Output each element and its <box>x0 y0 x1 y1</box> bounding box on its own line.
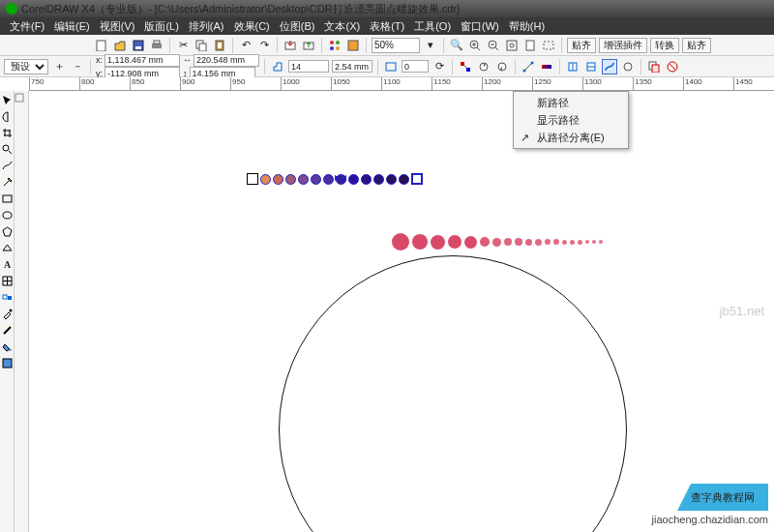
menu-arrange[interactable]: 排列(A) <box>189 19 224 34</box>
blend-step[interactable] <box>323 174 334 185</box>
cut-button[interactable]: ✂ <box>175 38 191 53</box>
menu-window[interactable]: 窗口(W) <box>461 19 499 34</box>
start-object-icon[interactable] <box>565 59 580 74</box>
menu-detach-path[interactable]: ↗从路径分离(E) <box>514 129 628 146</box>
paste-button[interactable] <box>212 38 227 53</box>
menu-text[interactable]: 文本(X) <box>324 19 360 34</box>
blend-step[interactable] <box>348 174 359 185</box>
zoom-tool-icon[interactable]: 🔍 <box>449 38 464 53</box>
crop-tool-icon[interactable] <box>0 126 15 140</box>
angle-input[interactable] <box>402 60 429 73</box>
menu-view[interactable]: 视图(V) <box>100 19 135 34</box>
blend-step[interactable] <box>373 174 384 185</box>
interactive-fill-icon[interactable] <box>0 356 15 370</box>
zoom-tool2-icon[interactable] <box>0 142 15 157</box>
interactive-tool-icon[interactable] <box>0 290 15 305</box>
import-button[interactable] <box>283 38 298 53</box>
open-button[interactable] <box>112 38 128 53</box>
blend-step[interactable] <box>260 174 271 185</box>
blend-color-direct-icon[interactable] <box>458 59 473 74</box>
print-button[interactable] <box>149 38 164 53</box>
snap-button[interactable]: 贴齐 <box>567 38 596 53</box>
accel-colors-icon[interactable] <box>539 59 554 74</box>
shape-tool-icon[interactable] <box>0 109 15 124</box>
x-input[interactable] <box>104 54 180 67</box>
steps-input[interactable] <box>288 60 329 73</box>
canvas[interactable]: 新路径 显示路径 ↗从路径分离(E) ▸◂ 查字典教程网 jiaocheng.c… <box>29 91 774 532</box>
zoom-input[interactable] <box>372 38 420 53</box>
outline-tool-icon[interactable] <box>0 323 15 338</box>
blend-step[interactable] <box>386 174 397 185</box>
zoom-out-icon[interactable] <box>486 38 501 53</box>
width-input[interactable] <box>194 54 259 67</box>
freehand-tool-icon[interactable] <box>0 159 15 173</box>
new-button[interactable] <box>94 38 109 53</box>
redo-button[interactable]: ↷ <box>256 38 272 53</box>
more-blend-icon[interactable] <box>620 59 636 74</box>
menu-table[interactable]: 表格(T) <box>370 19 404 34</box>
rectangle-tool-icon[interactable] <box>0 192 15 206</box>
blend-step[interactable] <box>247 173 258 185</box>
ruler-tick: 1400 <box>683 77 702 91</box>
convert-button[interactable]: 转换 <box>650 38 679 53</box>
blend-step[interactable] <box>411 173 423 185</box>
plugin-button[interactable]: 增强插件 <box>599 38 647 53</box>
horizontal-ruler: 7508008509009501000105011001150120012501… <box>29 77 774 91</box>
clear-blend-icon[interactable] <box>665 59 680 74</box>
blend-color-ccw-icon[interactable] <box>494 59 510 74</box>
svg-point-13 <box>330 46 334 50</box>
save-button[interactable] <box>131 38 146 53</box>
offset-input[interactable] <box>332 60 372 73</box>
direct-blend-icon[interactable] <box>383 59 399 74</box>
blend-step[interactable] <box>361 174 372 185</box>
accel-objects-icon[interactable] <box>521 59 536 74</box>
pick-tool-icon[interactable] <box>0 93 15 107</box>
zoom-in-icon[interactable] <box>467 38 483 53</box>
menu-help[interactable]: 帮助(H) <box>509 19 545 34</box>
blend-step[interactable] <box>399 174 409 185</box>
zoom-page-icon[interactable] <box>522 38 538 53</box>
blend-step[interactable] <box>311 174 321 185</box>
zoom-dropdown-icon[interactable]: ▾ <box>423 38 438 53</box>
blend-color-cw-icon[interactable] <box>476 59 491 74</box>
aux-tool-1[interactable] <box>15 93 28 103</box>
ellipse-tool-icon[interactable] <box>0 208 15 222</box>
menu-file[interactable]: 文件(F) <box>10 19 45 34</box>
menu-bitmap[interactable]: 位图(B) <box>280 19 315 34</box>
undo-button[interactable]: ↶ <box>238 38 253 53</box>
zoom-selection-icon[interactable] <box>541 38 556 53</box>
copy-blend-icon[interactable] <box>646 59 662 74</box>
table-tool-icon[interactable] <box>0 274 15 288</box>
blend-step[interactable] <box>285 174 296 185</box>
blend-step[interactable] <box>273 174 283 185</box>
fill-tool-icon[interactable] <box>0 340 15 354</box>
blend-step[interactable] <box>298 174 309 185</box>
copy-button[interactable] <box>194 38 209 53</box>
loop-icon[interactable]: ⟳ <box>432 59 447 74</box>
zoom-fit-icon[interactable] <box>504 38 520 53</box>
blend-selection[interactable]: ▸◂ <box>247 173 423 185</box>
app-launcher-button[interactable] <box>327 38 342 53</box>
menu-new-path[interactable]: 新路径 <box>514 94 628 111</box>
smart-tool-icon[interactable] <box>0 175 15 190</box>
path-properties-button[interactable] <box>602 59 617 74</box>
menu-effects[interactable]: 效果(C) <box>234 19 270 34</box>
add-preset-icon[interactable]: ＋ <box>51 59 67 74</box>
circle-object[interactable] <box>279 255 627 532</box>
end-object-icon[interactable] <box>583 59 599 74</box>
menu-edit[interactable]: 编辑(E) <box>54 19 90 34</box>
menu-show-path[interactable]: 显示路径 <box>514 111 628 129</box>
preset-dropdown[interactable]: 预设 <box>4 59 48 74</box>
menu-layout[interactable]: 版面(L) <box>144 19 178 34</box>
export-button[interactable] <box>301 38 316 53</box>
basic-shapes-icon[interactable] <box>0 241 15 255</box>
paste-snap-button[interactable]: 贴齐 <box>682 38 711 53</box>
remove-preset-icon[interactable]: － <box>70 59 85 74</box>
eyedropper-tool-icon[interactable] <box>0 307 15 321</box>
welcome-button[interactable] <box>345 38 361 53</box>
text-tool-icon[interactable]: A <box>0 257 15 272</box>
polygon-tool-icon[interactable] <box>0 224 15 239</box>
svg-point-38 <box>3 212 12 219</box>
ruler-tick: 950 <box>230 77 245 91</box>
menu-tools[interactable]: 工具(O) <box>414 19 451 34</box>
